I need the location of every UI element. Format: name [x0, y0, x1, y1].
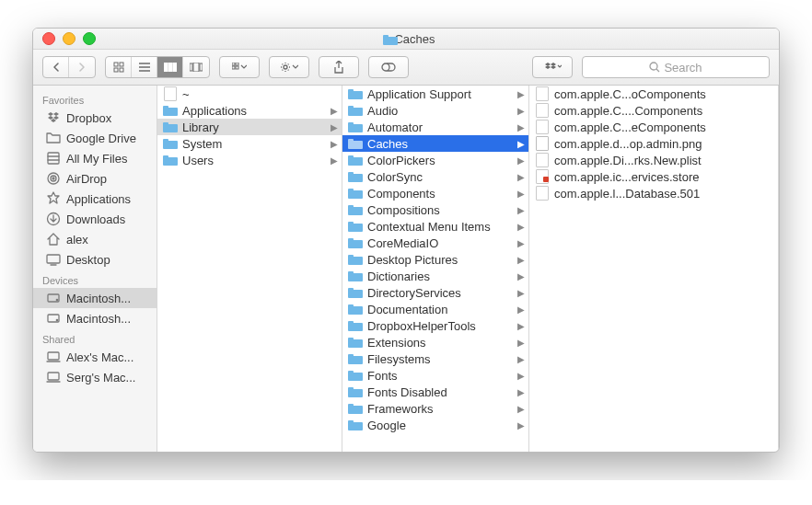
file-row[interactable]: ~ — [157, 86, 342, 102]
file-row[interactable]: Filesystems▶ — [342, 350, 528, 367]
sidebar-item[interactable]: Alex's Mac... — [33, 347, 157, 367]
svg-line-19 — [656, 69, 659, 72]
icon-view-button[interactable] — [106, 57, 132, 77]
file-row[interactable]: Google▶ — [342, 417, 528, 433]
file-row[interactable]: com.apple.ic...ervices.store — [529, 168, 778, 185]
sidebar-item-label: All My Files — [66, 152, 127, 166]
folder-icon — [348, 170, 363, 183]
folder-icon — [377, 34, 389, 44]
view-switcher — [105, 56, 210, 78]
svg-rect-15 — [232, 66, 235, 69]
svg-rect-12 — [200, 63, 203, 71]
arrange-button[interactable] — [219, 56, 260, 78]
sidebar-item-label: Macintosh... — [66, 292, 131, 305]
sidebar-item[interactable]: Google Drive — [33, 128, 157, 148]
column-2[interactable]: Application Support▶Audio▶Automator▶Cach… — [342, 86, 529, 452]
file-row[interactable]: ColorSync▶ — [342, 168, 528, 185]
file-row[interactable]: Application Support▶ — [342, 86, 528, 102]
allfiles-icon — [46, 151, 61, 166]
file-row[interactable]: DropboxHelperTools▶ — [342, 317, 528, 334]
file-label: ColorSync — [367, 170, 513, 184]
sidebar-item[interactable]: Applications — [33, 189, 157, 209]
folder-icon — [348, 385, 363, 398]
downloads-icon — [46, 212, 61, 226]
sidebar-item[interactable]: AirDrop — [33, 168, 157, 189]
file-row[interactable]: Users▶ — [157, 152, 342, 168]
file-row[interactable]: Components▶ — [342, 185, 528, 201]
folder-icon — [348, 121, 363, 133]
folder-icon — [348, 154, 363, 166]
forward-button[interactable] — [69, 57, 95, 77]
dropbox-toolbar-button[interactable] — [532, 56, 573, 78]
file-row[interactable]: Applications▶ — [157, 102, 342, 119]
file-row[interactable]: Automator▶ — [342, 119, 528, 135]
column-3[interactable]: com.apple.C...oComponentscom.apple.C....… — [529, 86, 779, 452]
file-row[interactable]: com.apple.C...eComponents — [529, 119, 778, 135]
folder-icon — [348, 220, 363, 233]
arrow-icon: ▶ — [517, 271, 525, 281]
file-row[interactable]: Audio▶ — [342, 102, 528, 119]
arrow-icon: ▶ — [517, 139, 525, 149]
file-row[interactable]: Caches▶ — [342, 135, 528, 152]
file-row[interactable]: ColorPickers▶ — [342, 152, 528, 168]
arrow-icon: ▶ — [331, 139, 338, 149]
file-row[interactable]: Fonts Disabled▶ — [342, 384, 528, 400]
column-1[interactable]: ~Applications▶Library▶System▶Users▶ — [157, 86, 342, 452]
finder-window: Caches Search FavoritesDropboxGoogle Dri… — [32, 28, 780, 453]
svg-rect-16 — [236, 66, 238, 69]
file-label: Library — [182, 121, 326, 134]
file-row[interactable]: Dictionaries▶ — [342, 268, 528, 284]
sidebar-item[interactable]: Macintosh... — [33, 308, 157, 328]
arrow-icon: ▶ — [517, 172, 525, 182]
sidebar-item[interactable]: All My Files — [33, 148, 157, 168]
file-row[interactable]: Desktop Pictures▶ — [342, 251, 528, 268]
file-row[interactable]: Fonts▶ — [342, 367, 528, 384]
file-label: com.apple.C....Components — [554, 104, 774, 118]
file-row[interactable]: Library▶ — [157, 119, 342, 135]
file-row[interactable]: System▶ — [157, 135, 342, 152]
sidebar-item[interactable]: alex — [33, 229, 157, 249]
action-button[interactable] — [269, 56, 309, 78]
column-view-button[interactable] — [157, 57, 183, 77]
svg-rect-8 — [168, 63, 172, 72]
svg-rect-1 — [120, 63, 123, 66]
svg-point-30 — [56, 299, 57, 300]
search-field[interactable]: Search — [582, 56, 770, 78]
sidebar-item-label: Alex's Mac... — [66, 350, 133, 364]
file-row[interactable]: DirectoryServices▶ — [342, 284, 528, 301]
file-label: Fonts — [367, 369, 513, 383]
tags-button[interactable] — [368, 56, 409, 78]
list-view-button[interactable] — [132, 57, 157, 77]
file-icon — [535, 104, 550, 117]
sidebar-item[interactable]: Dropbox — [33, 108, 157, 128]
file-row[interactable]: com.apple.C....Components — [529, 102, 778, 119]
file-row[interactable]: Frameworks▶ — [342, 400, 528, 417]
file-row[interactable]: Contextual Menu Items▶ — [342, 218, 528, 235]
file-label: com.apple.d...op.admin.png — [554, 137, 774, 151]
file-row[interactable]: com.apple.l...Database.501 — [529, 185, 778, 201]
desktop-icon — [46, 252, 61, 267]
dropbox-icon — [46, 110, 61, 125]
file-row[interactable]: com.apple.Di...rks.New.plist — [529, 152, 778, 168]
sidebar-item[interactable]: Desktop — [33, 249, 157, 270]
share-button[interactable] — [319, 56, 359, 78]
folder-icon — [163, 121, 178, 133]
file-row[interactable]: Compositions▶ — [342, 201, 528, 218]
sidebar-item[interactable]: Macintosh... — [33, 288, 157, 308]
file-row[interactable]: com.apple.d...op.admin.png — [529, 135, 778, 152]
airdrop-icon — [46, 171, 61, 186]
file-row[interactable]: Documentation▶ — [342, 301, 528, 317]
file-row[interactable]: CoreMediaIO▶ — [342, 235, 528, 251]
sidebar-item[interactable]: Downloads — [33, 209, 157, 229]
svg-point-25 — [52, 178, 54, 179]
arrow-icon: ▶ — [517, 371, 525, 381]
file-label: DirectoryServices — [367, 286, 513, 300]
file-row[interactable]: Extensions▶ — [342, 334, 528, 350]
folder-icon — [348, 336, 363, 349]
file-row[interactable]: com.apple.C...oComponents — [529, 86, 778, 102]
sidebar-item[interactable]: Serg's Mac... — [33, 367, 157, 387]
file-label: Users — [182, 154, 326, 167]
file-label: ~ — [182, 87, 338, 101]
coverflow-view-button[interactable] — [183, 57, 209, 77]
back-button[interactable] — [43, 57, 69, 77]
